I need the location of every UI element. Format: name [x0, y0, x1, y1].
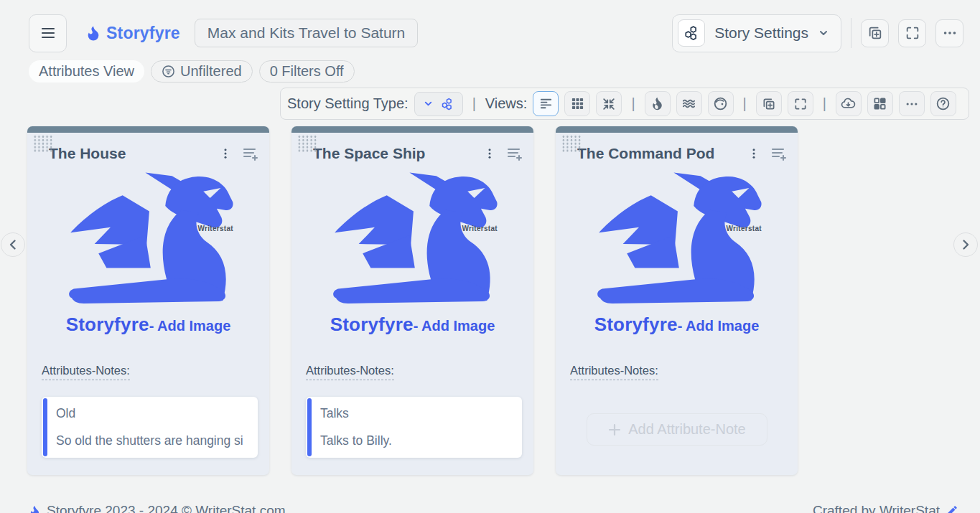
toolbar-divider: | — [627, 95, 638, 112]
toolbar-divider: | — [819, 95, 830, 112]
add-image-cta[interactable]: Storyfyre - Add Image — [330, 314, 495, 336]
story-settings-dropdown[interactable]: Story Settings — [672, 14, 841, 52]
flame-icon — [29, 504, 41, 513]
duplicate-icon — [762, 97, 776, 111]
chevron-down-icon — [423, 98, 434, 109]
filter-state-pill[interactable]: Unfiltered — [151, 60, 253, 83]
image-placeholder[interactable]: Writerstat Storyfyre - Add Image — [556, 169, 798, 348]
add-image-cta[interactable]: Storyfyre - Add Image — [66, 314, 231, 336]
view-list-button[interactable] — [533, 91, 559, 116]
story-title-input[interactable]: Max and Kits Travel to Saturn — [195, 19, 418, 47]
watermark-label: Writerstat — [727, 225, 762, 232]
fullscreen-view-button[interactable] — [788, 91, 813, 116]
image-cta-label: - Add Image — [678, 318, 760, 334]
card-add-note-button[interactable] — [769, 144, 788, 163]
drag-dots-icon[interactable] — [33, 135, 53, 152]
layout-button[interactable] — [867, 91, 893, 116]
image-cta-label: - Add Image — [414, 318, 495, 334]
more-options-button[interactable] — [935, 19, 963, 47]
chevron-right-icon — [959, 238, 972, 251]
filters-count-pill[interactable]: 0 Filters Off — [259, 60, 355, 83]
kebab-icon — [483, 147, 496, 160]
card-top-strip — [556, 126, 798, 133]
card-menu-button[interactable] — [745, 144, 763, 163]
brand-name: Storyfyre — [106, 24, 180, 43]
setting-type-dropdown[interactable] — [414, 92, 463, 116]
attribute-note[interactable]: Talks Talks to Billy. — [306, 397, 522, 458]
setting-cards-row: The House — [27, 126, 798, 475]
watermark-label: Writerstat — [198, 225, 234, 232]
duplicate-icon — [867, 25, 883, 41]
drag-dots-icon[interactable] — [561, 135, 582, 152]
attributes-label[interactable]: Attributes-Notes: — [570, 364, 658, 380]
card-header: The Space Ship — [291, 133, 533, 163]
chevron-down-icon — [818, 27, 829, 39]
cloud-download-icon — [841, 96, 856, 111]
storyfyre-app: Storyfyre Max and Kits Travel to Saturn … — [0, 0, 980, 513]
add-attribute-note-button[interactable]: Add Attribute-Note — [587, 413, 767, 446]
card-top-strip — [291, 126, 533, 133]
toolbar-divider: | — [739, 95, 750, 112]
footer-credit: Crafted by WriterStat — [813, 503, 940, 513]
note-text: Talks to Billy. — [320, 433, 510, 448]
card-menu-button[interactable] — [480, 144, 499, 163]
waves-view-button[interactable] — [676, 91, 702, 116]
add-image-cta[interactable]: Storyfyre - Add Image — [594, 314, 760, 336]
attributes-label[interactable]: Attributes-Notes: — [306, 364, 394, 380]
help-icon — [935, 96, 951, 111]
kebab-icon — [219, 147, 232, 160]
duplicate-board-button[interactable] — [861, 19, 889, 47]
toolbar-more-button[interactable] — [899, 91, 925, 116]
type-label: Story Setting Type: — [287, 95, 409, 112]
view-collapse-button[interactable] — [596, 91, 622, 116]
image-brand-label: Storyfyre — [66, 314, 149, 336]
list-plus-icon — [241, 146, 258, 161]
footer-copyright: Storyfyre 2023 - 2024 © WriterStat.com — [47, 503, 286, 513]
flame-icon — [85, 24, 101, 42]
drag-dots-icon[interactable] — [297, 135, 317, 152]
fullscreen-icon — [905, 25, 920, 41]
image-placeholder[interactable]: Writerstat Storyfyre - Add Image — [27, 169, 269, 348]
download-button[interactable] — [836, 91, 862, 116]
card-menu-button[interactable] — [216, 144, 235, 163]
brand-logo[interactable]: Storyfyre — [85, 24, 180, 43]
image-placeholder[interactable]: Writerstat Storyfyre - Add Image — [291, 169, 533, 348]
carousel-prev-button[interactable] — [1, 232, 25, 257]
flame-icon — [650, 96, 665, 111]
card-add-note-button[interactable] — [505, 144, 523, 163]
grid-2x2-icon — [873, 97, 887, 110]
persona-view-button[interactable] — [708, 91, 734, 116]
carousel-next-button[interactable] — [953, 232, 978, 257]
card-add-note-button[interactable] — [241, 144, 259, 163]
card-title: The House — [49, 145, 216, 162]
plus-icon — [607, 423, 622, 437]
tab-attributes-view[interactable]: Attributes View — [29, 60, 144, 83]
board-toolbar: Story Setting Type: | Views: — [280, 88, 969, 120]
face-icon — [713, 96, 728, 111]
filter-state-label: Unfiltered — [180, 63, 242, 80]
setting-card-the-command-pod: The Command Pod — [556, 126, 798, 475]
note-text: So old the shutters are hanging si — [56, 433, 246, 448]
card-title: The Command Pod — [577, 145, 745, 162]
card-header: The Command Pod — [556, 133, 798, 163]
attribute-note[interactable]: Old So old the shutters are hanging si — [42, 397, 258, 458]
note-title: Talks — [320, 406, 510, 421]
setting-card-the-space-ship: The Space Ship — [291, 126, 533, 475]
menu-button[interactable] — [29, 14, 67, 52]
note-title: Old — [56, 406, 246, 421]
pencil-icon[interactable] — [946, 504, 958, 513]
ellipsis-icon — [905, 97, 919, 111]
image-brand-label: Storyfyre — [594, 314, 678, 336]
help-button[interactable] — [930, 91, 956, 116]
fullscreen-button[interactable] — [898, 19, 926, 47]
view-grid-button[interactable] — [564, 91, 590, 116]
image-cta-label: - Add Image — [149, 318, 231, 334]
toolbar-divider: | — [469, 95, 480, 112]
attributes-label[interactable]: Attributes-Notes: — [42, 364, 130, 380]
waves-icon — [681, 96, 696, 111]
heat-view-button[interactable] — [645, 91, 671, 116]
header-divider — [851, 18, 851, 48]
views-label: Views: — [485, 95, 528, 112]
chevron-left-icon — [6, 238, 19, 251]
duplicate-view-button[interactable] — [756, 91, 782, 116]
